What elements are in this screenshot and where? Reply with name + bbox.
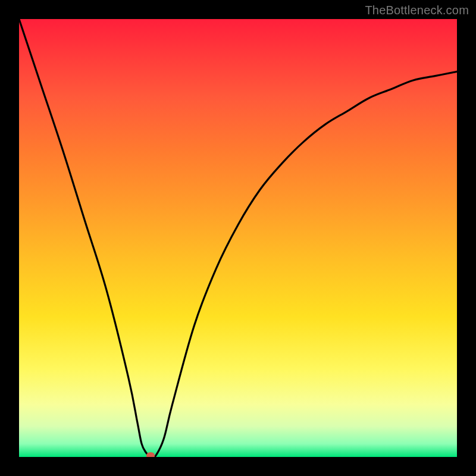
chart-frame: TheBottleneck.com [0, 0, 476, 476]
watermark-text: TheBottleneck.com [365, 4, 469, 17]
plot-area [19, 19, 457, 457]
minimum-point-dot [146, 452, 155, 457]
bottleneck-curve [19, 19, 457, 457]
